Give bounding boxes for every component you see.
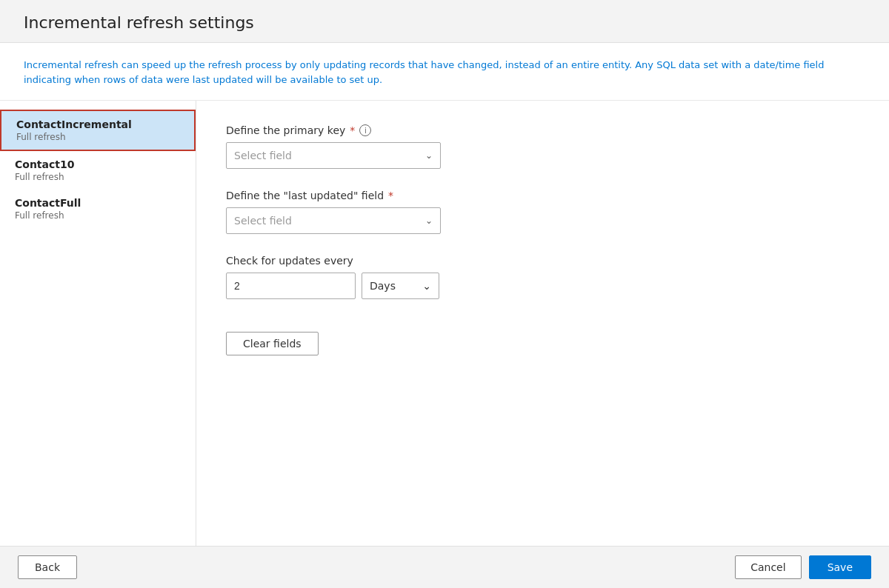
primary-key-select[interactable]: Select field ⌄: [226, 142, 441, 169]
info-icon[interactable]: i: [359, 124, 371, 136]
primary-key-group: Define the primary key * i Select field …: [226, 124, 859, 169]
clear-fields-button[interactable]: Clear fields: [226, 332, 319, 355]
days-select[interactable]: Days ⌄: [362, 273, 439, 299]
sidebar-item-sub: Full refresh: [16, 132, 179, 142]
info-bar: Incremental refresh can speed up the ref…: [0, 43, 889, 101]
form-panel: Define the primary key * i Select field …: [196, 101, 889, 546]
content-area: ContactIncremental Full refresh Contact1…: [0, 101, 889, 546]
last-updated-group: Define the "last updated" field * Select…: [226, 190, 859, 234]
primary-key-label: Define the primary key * i: [226, 124, 859, 136]
page-title: Incremental refresh settings: [24, 13, 865, 32]
save-button[interactable]: Save: [809, 555, 871, 579]
chevron-down-icon: ⌄: [422, 280, 431, 292]
main-content: Incremental refresh can speed up the ref…: [0, 43, 889, 546]
required-star: *: [350, 124, 355, 136]
last-updated-label: Define the "last updated" field *: [226, 190, 859, 201]
check-updates-row: Days ⌄: [226, 273, 859, 299]
update-interval-input[interactable]: [226, 273, 356, 299]
days-label: Days: [370, 280, 396, 292]
footer: Back Cancel Save: [0, 546, 889, 588]
sidebar-item-sub: Full refresh: [15, 210, 181, 221]
chevron-down-icon: ⌄: [425, 150, 433, 161]
cancel-button[interactable]: Cancel: [735, 555, 801, 579]
sidebar-item-contact-incremental[interactable]: ContactIncremental Full refresh: [0, 110, 196, 151]
primary-key-placeholder: Select field: [234, 150, 292, 161]
sidebar-item-name: ContactIncremental: [16, 118, 179, 130]
sidebar-item-contact-full[interactable]: ContactFull Full refresh: [0, 190, 196, 228]
check-updates-group: Check for updates every Days ⌄: [226, 255, 859, 299]
sidebar-item-contact10[interactable]: Contact10 Full refresh: [0, 151, 196, 190]
last-updated-placeholder: Select field: [234, 215, 292, 227]
chevron-down-icon: ⌄: [425, 216, 433, 226]
info-text: Incremental refresh can speed up the ref…: [24, 58, 839, 87]
back-button[interactable]: Back: [18, 555, 77, 579]
sidebar-item-sub: Full refresh: [15, 172, 181, 182]
page-header: Incremental refresh settings: [0, 0, 889, 43]
footer-left: Back: [18, 555, 77, 579]
last-updated-select[interactable]: Select field ⌄: [226, 207, 441, 234]
footer-right: Cancel Save: [735, 555, 871, 579]
sidebar-item-name: ContactFull: [15, 197, 181, 209]
sidebar: ContactIncremental Full refresh Contact1…: [0, 101, 196, 546]
required-star: *: [388, 190, 393, 201]
sidebar-item-name: Contact10: [15, 158, 181, 170]
check-updates-label: Check for updates every: [226, 255, 859, 267]
